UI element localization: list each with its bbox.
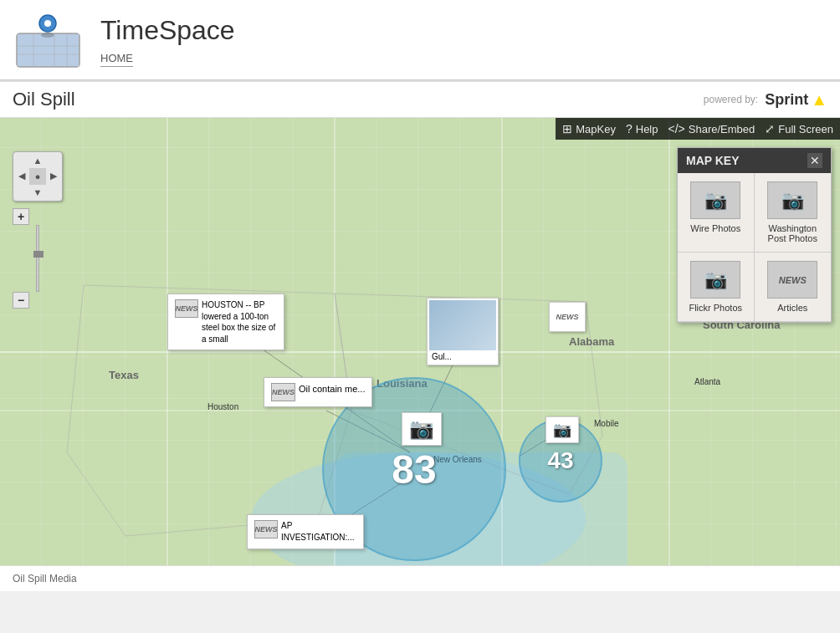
photo-thumb-gulf xyxy=(429,300,496,350)
photo-label-gulf: Gul... xyxy=(429,350,496,363)
article-text-3: AP INVESTIGATION:... xyxy=(281,520,356,544)
map-navigation: ▲ ◀ ● ▶ ▼ + − xyxy=(13,151,63,309)
flickr-photos-label: Flickr Photos xyxy=(689,303,742,313)
map-key-item-wp-photos[interactable]: 📷 Washington Post Photos xyxy=(755,173,832,253)
sponsor-logo: Sprint ▲ xyxy=(765,90,827,110)
map-key-item-wire-photos[interactable]: 📷 Wire Photos xyxy=(678,173,755,253)
secondary-cluster-number: 43 xyxy=(547,447,573,474)
article-popup-1[interactable]: NEWS HOUSTON -- BP lowered a 100-ton ste… xyxy=(167,294,284,350)
nav-up-right[interactable] xyxy=(46,152,62,168)
articles-news-icon: NEWS xyxy=(779,275,807,285)
nav-up-left[interactable] xyxy=(13,152,29,168)
wp-photos-icon-box: 📷 xyxy=(767,181,817,219)
page-title: Oil Spill xyxy=(13,89,75,110)
help-icon: ? xyxy=(626,122,633,135)
photo-pin-gulf[interactable]: Gul... xyxy=(427,298,499,365)
svg-point-10 xyxy=(41,33,54,38)
map-key-close-button[interactable]: ✕ xyxy=(807,153,822,168)
map-toolbar: ⊞ MapKey ? Help </> Share/Embed ⤢ Full S… xyxy=(556,118,840,140)
nav-down[interactable]: ▼ xyxy=(29,185,45,201)
article-text-2: Oil contain me... xyxy=(299,383,365,396)
title-bar: Oil Spill powered by: Sprint ▲ xyxy=(0,82,840,118)
sponsor-icon: ▲ xyxy=(811,90,827,110)
article-text-1: HOUSTON -- BP lowered a 100-ton steel bo… xyxy=(202,299,277,345)
camera-pin-2[interactable]: 📷 xyxy=(545,416,579,443)
map-container[interactable]: Texas Louisiana Alabama South Carolina H… xyxy=(0,118,840,565)
footer-text: Oil Spill Media xyxy=(13,573,77,585)
help-button[interactable]: ? Help xyxy=(626,122,658,135)
zoom-controls: + − xyxy=(13,208,63,309)
nav-center[interactable]: ● xyxy=(29,168,45,184)
camera-pin-1[interactable]: 📷 xyxy=(402,412,442,446)
nav-right[interactable]: ▶ xyxy=(46,168,62,184)
fullscreen-label: Full Screen xyxy=(778,123,833,135)
mapkey-button[interactable]: ⊞ MapKey xyxy=(562,122,616,135)
mapkey-icon: ⊞ xyxy=(562,122,572,135)
wire-photos-label: Wire Photos xyxy=(690,223,740,233)
map-key-item-articles[interactable]: NEWS Articles xyxy=(755,253,832,322)
wire-photos-camera-icon: 📷 xyxy=(704,190,727,212)
news-pin-top-right[interactable]: NEWS xyxy=(549,302,586,332)
share-icon: </> xyxy=(668,122,685,135)
powered-by-label: powered by: xyxy=(704,94,758,105)
camera-icon-2: 📷 xyxy=(553,421,571,439)
site-header: TimeSpace HOME xyxy=(0,0,840,80)
article-popup-3[interactable]: NEWS AP INVESTIGATION:... xyxy=(247,514,364,549)
zoom-out-button[interactable]: − xyxy=(13,292,29,309)
nav-down-right[interactable] xyxy=(46,185,62,201)
powered-by-area: powered by: Sprint ▲ xyxy=(704,90,827,110)
footer: Oil Spill Media xyxy=(0,565,840,591)
map-background[interactable]: Texas Louisiana Alabama South Carolina H… xyxy=(0,118,840,565)
nav-up[interactable]: ▲ xyxy=(29,152,45,168)
map-key-panel: MAP KEY ✕ 📷 Wire Photos 📷 Washington Pos… xyxy=(677,147,832,323)
svg-point-8 xyxy=(44,20,51,27)
flickr-photos-icon-box: 📷 xyxy=(690,261,740,299)
fullscreen-icon: ⤢ xyxy=(765,122,775,135)
wp-photos-camera-icon: 📷 xyxy=(781,190,804,212)
share-button[interactable]: </> Share/Embed xyxy=(668,122,755,135)
articles-icon-box: NEWS xyxy=(767,261,817,299)
site-logo xyxy=(13,8,88,71)
svg-rect-0 xyxy=(17,33,79,67)
zoom-handle[interactable] xyxy=(33,251,44,258)
flickr-photos-camera-icon: 📷 xyxy=(704,269,727,291)
site-title: TimeSpace xyxy=(100,15,235,46)
map-key-grid: 📷 Wire Photos 📷 Washington Post Photos 📷 xyxy=(678,173,831,322)
main-cluster-number: 83 xyxy=(392,447,436,493)
mapkey-label: MapKey xyxy=(576,123,616,135)
site-title-area: TimeSpace HOME xyxy=(100,15,235,65)
home-link[interactable]: HOME xyxy=(100,52,133,67)
fullscreen-button[interactable]: ⤢ Full Screen xyxy=(765,122,833,135)
zoom-slider[interactable] xyxy=(36,225,39,292)
nav-left[interactable]: ◀ xyxy=(13,168,29,184)
nav-arrows[interactable]: ▲ ◀ ● ▶ ▼ xyxy=(13,151,63,202)
help-label: Help xyxy=(636,123,658,135)
camera-icon-1: 📷 xyxy=(409,417,434,441)
news-icon-top-right: NEWS xyxy=(556,313,579,321)
zoom-in-button[interactable]: + xyxy=(13,208,29,225)
share-label: Share/Embed xyxy=(689,123,755,135)
map-key-header: MAP KEY ✕ xyxy=(678,148,831,173)
nav-down-left[interactable] xyxy=(13,185,29,201)
wp-photos-label: Washington Post Photos xyxy=(761,223,825,243)
wire-photos-icon-box: 📷 xyxy=(690,181,740,219)
article-popup-2[interactable]: NEWS Oil contain me... xyxy=(264,377,372,407)
map-key-title: MAP KEY xyxy=(686,154,740,167)
map-key-item-flickr-photos[interactable]: 📷 Flickr Photos xyxy=(678,253,755,322)
articles-label: Articles xyxy=(777,303,807,313)
sponsor-name: Sprint xyxy=(765,91,808,109)
